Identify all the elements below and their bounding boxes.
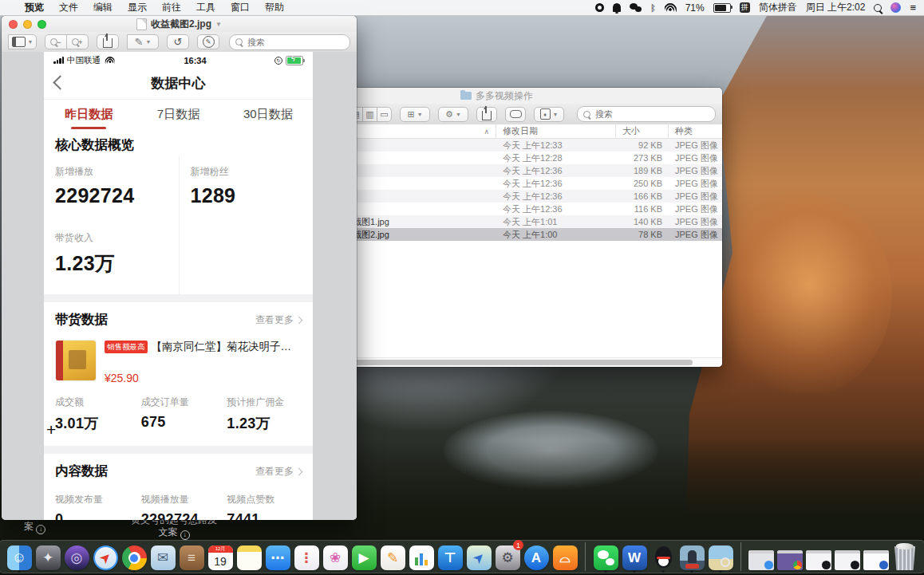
menu-go[interactable]: 前往 xyxy=(162,1,181,14)
mail-icon: ✉ xyxy=(151,545,176,570)
dock-trash[interactable] xyxy=(892,543,918,570)
see-more-link[interactable]: 查看更多 xyxy=(255,465,302,479)
pen-button[interactable]: ✎▼ xyxy=(127,34,159,49)
zoom-button[interactable] xyxy=(38,20,46,29)
view-columns-button[interactable]: ▥ xyxy=(362,107,377,122)
reminders-icon: ⋮ xyxy=(294,545,319,570)
section-divider xyxy=(44,294,313,302)
menu-help[interactable]: 帮助 xyxy=(265,1,284,14)
bluetooth-icon[interactable]: ᛒ xyxy=(650,3,656,13)
zoom-out-button[interactable]: − xyxy=(45,34,67,49)
dock-min-chrome-window[interactable] xyxy=(777,543,803,570)
see-more-link[interactable]: 查看更多 xyxy=(255,313,302,327)
dock-finder[interactable]: ☺ xyxy=(6,543,32,570)
screen-record-icon[interactable] xyxy=(595,3,604,12)
zoom-in-button[interactable]: + xyxy=(66,34,89,49)
dock-keynote[interactable]: ⊤ xyxy=(437,543,463,570)
dock-min-finder-window[interactable] xyxy=(748,543,774,570)
finder-search-input[interactable] xyxy=(594,108,709,120)
dock-chrome[interactable] xyxy=(121,543,147,570)
share-button[interactable] xyxy=(97,34,119,49)
battery-icon[interactable] xyxy=(713,3,731,13)
dock-app-store[interactable]: A xyxy=(523,543,549,570)
column-header-size[interactable]: 大小 xyxy=(616,124,669,138)
share-button[interactable] xyxy=(476,107,497,122)
menu-app-name[interactable]: 预览 xyxy=(25,1,44,14)
annotate-control[interactable]: ✎▼ xyxy=(127,34,159,49)
menubar-clock[interactable]: 周日 上午2:02 xyxy=(806,1,866,14)
menu-window[interactable]: 窗口 xyxy=(231,1,250,14)
title-chevron-icon[interactable]: ▼ xyxy=(215,21,222,28)
tag-button[interactable] xyxy=(505,107,526,122)
dock-video-app[interactable] xyxy=(679,543,705,570)
view-coverflow-button[interactable]: ▭ xyxy=(377,107,392,122)
tab-yesterday[interactable]: 昨日数据 xyxy=(44,107,133,122)
dock-numbers[interactable] xyxy=(409,543,434,570)
dock-min-qq-window-1[interactable] xyxy=(806,543,831,570)
preview-window[interactable]: 收益截图2.jpg ▼ ▼ − + ✎▼ ↺ ✎ 中国联通 16:34 xyxy=(2,16,357,520)
dock-maps[interactable]: ➤ xyxy=(466,543,492,570)
spotlight-search-icon[interactable] xyxy=(874,4,882,12)
input-method-icon[interactable]: 拼 xyxy=(740,2,750,13)
back-chevron-icon[interactable] xyxy=(53,75,67,89)
menu-edit[interactable]: 编辑 xyxy=(93,1,113,14)
column-header-date[interactable]: 修改日期 xyxy=(496,124,616,138)
dock-launchpad[interactable]: ✦ xyxy=(35,543,61,570)
dock-ibooks[interactable]: ⌓ xyxy=(552,543,578,570)
dock-mail[interactable]: ✉ xyxy=(150,543,176,570)
preview-titlebar[interactable]: 收益截图2.jpg ▼ xyxy=(2,16,357,32)
sidebar-toggle-button[interactable]: ▼ xyxy=(8,34,37,49)
dock-photos[interactable]: ❀ xyxy=(322,543,348,570)
rotate-button[interactable]: ↺ xyxy=(167,34,189,49)
dock-preview-app[interactable] xyxy=(708,543,733,570)
group-by-button[interactable]: ⊞▼ xyxy=(400,107,430,122)
window-controls[interactable] xyxy=(9,20,46,29)
dock-siri[interactable]: ◎ xyxy=(64,543,89,570)
column-header-kind[interactable]: 种类 xyxy=(669,124,722,138)
finder-search-field[interactable] xyxy=(577,106,716,122)
sidebar-control[interactable]: ▼ xyxy=(8,34,37,49)
notification-center-icon[interactable]: ≡ xyxy=(910,2,916,13)
desktop-file-label-left[interactable]: 案↓ xyxy=(24,521,45,534)
dock-contacts[interactable]: ≡ xyxy=(179,543,204,570)
dock-facetime[interactable]: ▶ xyxy=(351,543,377,570)
wechat-menubar-icon[interactable] xyxy=(630,3,642,12)
dock-word[interactable]: W xyxy=(622,543,647,570)
menu-tools[interactable]: 工具 xyxy=(196,1,215,14)
product-row[interactable]: 销售额最高 【南京同仁堂】菊花决明子茶金银… ¥25.90 xyxy=(44,332,313,386)
menu-file[interactable]: 文件 xyxy=(59,1,78,14)
preview-search-input[interactable] xyxy=(246,37,344,48)
markup-button[interactable]: ✎ xyxy=(197,34,219,49)
dock-pages[interactable]: ✎ xyxy=(380,543,405,570)
notification-bell-icon[interactable] xyxy=(613,3,621,12)
minimize-button[interactable] xyxy=(23,20,32,29)
dock-qq[interactable] xyxy=(650,543,676,570)
dock-system-preferences[interactable]: ⚙1 xyxy=(495,543,520,570)
dock-wechat[interactable] xyxy=(593,543,618,570)
chrome-icon xyxy=(122,545,147,570)
siri-icon[interactable] xyxy=(890,2,901,13)
zoom-control[interactable]: − + xyxy=(45,34,89,49)
delete-menu-button[interactable]: ♦▼ xyxy=(534,107,564,122)
action-menu-button[interactable]: ⚙▼ xyxy=(438,107,468,122)
dock-safari[interactable]: ➤ xyxy=(93,543,118,570)
document-proxy-icon[interactable] xyxy=(136,18,147,30)
dock-messages[interactable]: ⋯ xyxy=(265,543,290,570)
tab-30days[interactable]: 30日数据 xyxy=(223,107,313,122)
preview-search-field[interactable] xyxy=(229,34,350,50)
dock-notes[interactable] xyxy=(236,543,262,570)
app-store-icon: A xyxy=(524,545,549,570)
wifi-icon[interactable] xyxy=(665,3,677,12)
dock-calendar[interactable]: 12月19 xyxy=(207,543,233,570)
menu-view[interactable]: 显示 xyxy=(128,1,147,14)
dock-min-word-window[interactable] xyxy=(863,543,889,570)
input-method-label[interactable]: 简体拼音 xyxy=(759,1,797,14)
siri-icon: ◎ xyxy=(65,545,89,570)
close-button[interactable] xyxy=(9,20,18,29)
tab-7days[interactable]: 7日数据 xyxy=(133,107,223,122)
dock-reminders[interactable]: ⋮ xyxy=(294,543,319,570)
phone-screenshot-image: 中国联通 16:34 ↻ ϟ 数据中心 昨日数据 7日数据 30日数据 核心数据… xyxy=(44,52,313,520)
stat-new-followers: 新增粉丝 1289 xyxy=(179,156,314,207)
stat-commission: 预计推广佣金 1.23万 xyxy=(227,396,313,433)
dock-min-qq-window-2[interactable] xyxy=(835,543,860,570)
